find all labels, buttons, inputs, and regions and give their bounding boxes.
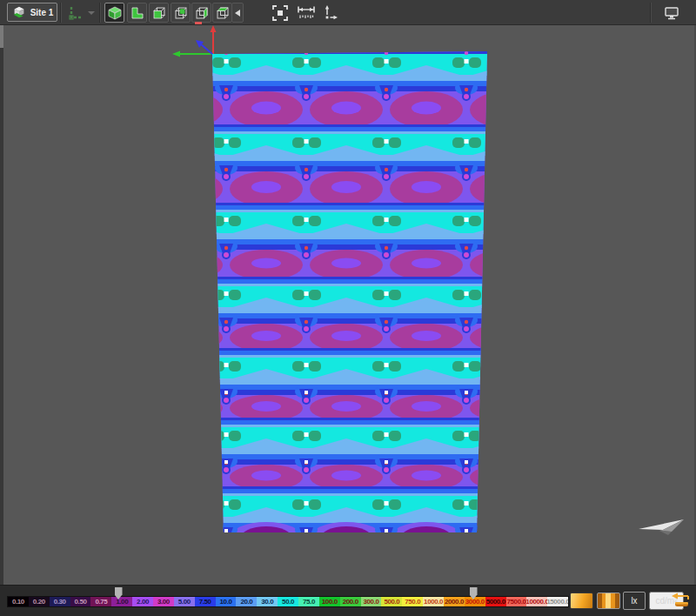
scale-segment-30.0[interactable]: 30.0 bbox=[257, 597, 278, 606]
scale-segment-3.00[interactable]: 3.00 bbox=[153, 597, 174, 606]
scale-segment-1.00[interactable]: 1.00 bbox=[111, 597, 132, 606]
zoom-fit-icon bbox=[271, 4, 289, 22]
cube-side-icon bbox=[194, 5, 210, 21]
invert-arrow-icon bbox=[670, 592, 691, 610]
view-front-button[interactable] bbox=[149, 3, 169, 23]
scale-segment-2000.0[interactable]: 2000.0 bbox=[444, 597, 465, 606]
scale-segment-75.0[interactable]: 75.0 bbox=[298, 597, 319, 606]
site-button[interactable]: Site 1 bbox=[7, 3, 57, 22]
view-side-button[interactable] bbox=[191, 3, 211, 23]
display-window-button[interactable] bbox=[661, 3, 682, 23]
cube-solid-icon bbox=[107, 5, 123, 21]
toolbar-separator bbox=[650, 3, 652, 23]
main-toolbar: Site 1 bbox=[0, 0, 696, 25]
walls-icon bbox=[67, 4, 84, 22]
chevron-down-icon bbox=[87, 10, 96, 16]
scale-segment-0.75[interactable]: 0.75 bbox=[90, 597, 111, 606]
scale-segment-3000.0[interactable]: 3000.0 bbox=[465, 597, 485, 606]
edit-walls-button bbox=[66, 4, 85, 22]
ruler-horizontal-icon bbox=[297, 4, 316, 22]
monitor-icon bbox=[663, 5, 680, 21]
cube-inner-icon bbox=[173, 5, 189, 21]
view-3d-solid-button[interactable] bbox=[104, 3, 124, 23]
scale-segment-5.00[interactable]: 5.00 bbox=[174, 597, 195, 606]
site-button-label: Site 1 bbox=[30, 8, 54, 17]
stepped-gradient-button[interactable] bbox=[597, 593, 620, 609]
scale-segment-0.10[interactable]: 0.10 bbox=[8, 597, 29, 606]
scale-segment-15000.0[interactable]: 15000.0 bbox=[547, 597, 568, 606]
chevron-left-icon bbox=[234, 9, 241, 17]
unit-lx-button[interactable]: lx bbox=[623, 592, 646, 610]
scale-segment-10000.0[interactable]: 10000.0 bbox=[526, 597, 547, 606]
scale-segment-1000.0[interactable]: 1000.0 bbox=[423, 597, 444, 606]
collapse-toolbar-button[interactable] bbox=[231, 3, 244, 23]
scale-segment-300.0[interactable]: 300.0 bbox=[361, 597, 382, 606]
viewport-3d[interactable] bbox=[0, 25, 696, 585]
scale-segment-0.30[interactable]: 0.30 bbox=[50, 597, 70, 606]
measure-distance-button[interactable] bbox=[296, 3, 317, 23]
falsecolor-scale: 0.100.200.300.500.751.002.003.005.007.50… bbox=[7, 596, 569, 607]
falsecolor-bar: 0.100.200.300.500.751.002.003.005.007.50… bbox=[0, 585, 696, 616]
cube-top-icon bbox=[215, 5, 231, 21]
smooth-gradient-button[interactable] bbox=[570, 593, 593, 609]
floorplan-icon bbox=[130, 5, 145, 21]
scale-segment-2.00[interactable]: 2.00 bbox=[132, 597, 153, 606]
axes-arrows-icon bbox=[322, 4, 339, 22]
scrollbar-thumb[interactable] bbox=[0, 25, 3, 48]
scale-segment-5000.0[interactable]: 5000.0 bbox=[485, 597, 506, 606]
view-inner-button[interactable] bbox=[171, 3, 191, 23]
scale-segment-20.0[interactable]: 20.0 bbox=[236, 597, 257, 606]
cube-front-icon bbox=[151, 5, 167, 21]
scale-segment-7500.0[interactable]: 7500.0 bbox=[506, 597, 527, 606]
toolbar-separator bbox=[99, 3, 101, 23]
scale-segment-200.0[interactable]: 200.0 bbox=[340, 597, 361, 606]
falsecolor-map[interactable] bbox=[212, 51, 487, 532]
toolbar-separator bbox=[60, 3, 62, 23]
site-icon bbox=[11, 4, 27, 20]
viewport-left-edge bbox=[0, 25, 3, 585]
scale-segment-0.20[interactable]: 0.20 bbox=[29, 597, 50, 606]
scale-segment-50.0[interactable]: 50.0 bbox=[278, 597, 298, 606]
scale-segment-100.0[interactable]: 100.0 bbox=[319, 597, 340, 606]
zoom-fit-button[interactable] bbox=[270, 3, 291, 23]
scale-segment-750.0[interactable]: 750.0 bbox=[402, 597, 423, 606]
scale-segment-7.50[interactable]: 7.50 bbox=[195, 597, 216, 606]
nav-plane-icon[interactable] bbox=[633, 517, 689, 539]
notification-indicator bbox=[195, 22, 202, 24]
scale-segment-10.0[interactable]: 10.0 bbox=[216, 597, 237, 606]
application-window: Site 1 bbox=[0, 0, 696, 616]
view-floorplan-button[interactable] bbox=[127, 3, 147, 23]
invert-scale-button[interactable] bbox=[670, 592, 691, 610]
scale-segment-0.50[interactable]: 0.50 bbox=[70, 597, 91, 606]
move-axes-button[interactable] bbox=[320, 3, 341, 23]
walls-dropdown-caret[interactable] bbox=[86, 10, 97, 17]
scale-segment-500.0[interactable]: 500.0 bbox=[381, 597, 402, 606]
view-top-button[interactable] bbox=[212, 3, 232, 23]
